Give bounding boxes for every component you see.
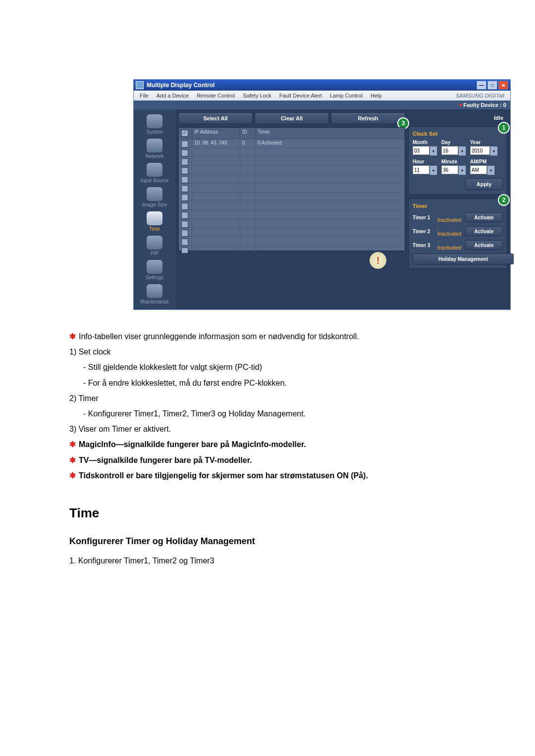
star-icon: ✱ xyxy=(69,332,76,341)
table-row xyxy=(179,184,405,193)
app-title: Multiple Display Control xyxy=(147,82,214,89)
row-checkbox[interactable] xyxy=(181,194,188,201)
menu-safety[interactable]: Safety Lock xyxy=(239,93,275,99)
row-checkbox[interactable] xyxy=(181,221,188,228)
callout-2: 2 xyxy=(498,194,510,206)
chevron-down-icon[interactable]: ▾ xyxy=(429,165,437,175)
row-checkbox[interactable] xyxy=(181,239,188,246)
timer-row-3: Timer 3: InactivatedActivate xyxy=(413,240,503,251)
menu-fault[interactable]: Fault Device Alert xyxy=(275,93,326,99)
row-checkbox[interactable] xyxy=(181,150,188,156)
table-body[interactable]: 10. 88. 43. 240 0 0 Activated xyxy=(179,139,405,253)
chevron-down-icon[interactable]: ▾ xyxy=(458,165,466,175)
timer-panel: 2 Timer Timer 1: InactivatedActivate Tim… xyxy=(408,199,507,269)
clear-all-button[interactable]: Clear All xyxy=(255,112,329,124)
apply-button[interactable]: Apply xyxy=(465,178,503,190)
status-label: Idle xyxy=(408,112,507,123)
table-row xyxy=(179,210,405,219)
col-timer: Timer xyxy=(256,128,405,139)
table-row xyxy=(179,148,405,157)
document-text: ✱Info-tabellen viser grunnleggende infor… xyxy=(69,330,535,567)
chevron-down-icon[interactable]: ▾ xyxy=(487,165,495,175)
year-select[interactable] xyxy=(470,146,490,155)
col-id: ID xyxy=(240,128,256,139)
callout-1: 1 xyxy=(498,122,510,134)
refresh-button[interactable]: Refresh xyxy=(331,112,405,124)
table-row xyxy=(179,193,405,202)
timer-row-2: Timer 2: InactivatedActivate xyxy=(413,226,503,237)
menu-remote[interactable]: Remote Control xyxy=(193,93,239,99)
sidebar-item-time[interactable]: Time xyxy=(134,209,175,234)
sidebar-item-network[interactable]: Network xyxy=(134,137,175,161)
section-heading: Time xyxy=(69,502,535,524)
row-checkbox[interactable] xyxy=(181,176,188,183)
sidebar-item-input[interactable]: Input Source xyxy=(134,161,175,185)
sidebar-item-imagesize[interactable]: Image Size xyxy=(134,185,175,209)
device-table: IP Address ID Timer 10. 88. 43. 240 0 0 … xyxy=(178,127,405,251)
system-icon xyxy=(147,114,162,128)
header-checkbox[interactable] xyxy=(181,130,188,137)
sidebar-item-pip[interactable]: PIP xyxy=(134,234,175,258)
pip-icon xyxy=(147,236,162,250)
table-row xyxy=(179,202,405,210)
row-checkbox[interactable] xyxy=(181,141,188,148)
chevron-down-icon[interactable]: ▾ xyxy=(429,146,437,156)
input-source-icon xyxy=(147,163,162,177)
faulty-device-label: ♥Faulty Device : 0 xyxy=(459,102,506,108)
subsection-heading: Konfigurerer Timer og Holiday Management xyxy=(69,534,535,549)
title-bar: Multiple Display Control — □ ✕ xyxy=(134,80,510,91)
row-checkbox[interactable] xyxy=(181,203,188,210)
activate-timer2-button[interactable]: Activate xyxy=(465,226,503,236)
clock-set-panel: 1 Clock Set Month▾ Day▾ Year▾ Hour▾ Minu… xyxy=(408,126,507,195)
image-size-icon xyxy=(147,187,162,201)
day-select[interactable] xyxy=(441,146,458,155)
table-row[interactable]: 10. 88. 43. 240 0 0 Activated xyxy=(179,139,405,148)
hour-select[interactable] xyxy=(413,165,429,174)
menu-help[interactable]: Help xyxy=(367,93,386,99)
table-row xyxy=(179,228,405,237)
menu-add-device[interactable]: Add a Device xyxy=(153,93,193,99)
app-window: Multiple Display Control — □ ✕ File Add … xyxy=(133,79,511,310)
row-checkbox[interactable] xyxy=(181,212,188,219)
star-icon: ✱ xyxy=(69,471,76,480)
select-all-button[interactable]: Select All xyxy=(178,112,253,124)
menu-bar: File Add a Device Remote Control Safety … xyxy=(134,91,510,101)
row-checkbox[interactable] xyxy=(181,230,188,237)
brand-label: SAMSUNG DIGITall xyxy=(452,93,508,99)
star-icon: ✱ xyxy=(69,440,76,449)
table-row xyxy=(179,175,405,184)
minimize-button[interactable]: — xyxy=(477,81,486,90)
row-checkbox[interactable] xyxy=(181,167,188,174)
close-button[interactable]: ✕ xyxy=(498,81,508,90)
table-row xyxy=(179,166,405,175)
app-icon xyxy=(136,81,144,89)
time-icon xyxy=(147,211,162,225)
warning-icon: ! xyxy=(370,252,386,269)
row-checkbox[interactable] xyxy=(181,185,188,192)
sidebar-item-system[interactable]: System xyxy=(134,112,175,137)
menu-file[interactable]: File xyxy=(136,93,153,99)
activate-timer3-button[interactable]: Activate xyxy=(465,240,503,250)
minute-select[interactable] xyxy=(441,165,458,174)
row-checkbox[interactable] xyxy=(181,158,188,165)
settings-icon xyxy=(147,260,162,274)
faulty-dot-icon: ♥ xyxy=(459,102,463,108)
ampm-select[interactable] xyxy=(470,165,487,174)
chevron-down-icon[interactable]: ▾ xyxy=(490,146,498,156)
timer-title: Timer xyxy=(413,203,503,209)
month-select[interactable] xyxy=(413,146,429,155)
star-icon: ✱ xyxy=(69,456,76,464)
sidebar: System Network Input Source Image Size T… xyxy=(134,109,175,309)
col-ip: IP Address xyxy=(192,128,240,139)
chevron-down-icon[interactable]: ▾ xyxy=(458,146,466,156)
clock-title: Clock Set xyxy=(413,131,503,137)
sidebar-item-maintenance[interactable]: Maintenance xyxy=(134,282,175,306)
table-row xyxy=(179,157,405,166)
menu-lamp[interactable]: Lamp Control xyxy=(326,93,367,99)
timer-row-1: Timer 1: InactivatedActivate xyxy=(413,212,503,223)
activate-timer1-button[interactable]: Activate xyxy=(465,212,503,222)
maximize-button[interactable]: □ xyxy=(487,81,497,90)
holiday-management-button[interactable]: Holiday Management xyxy=(413,253,514,264)
sidebar-item-settings[interactable]: Settings xyxy=(134,258,175,282)
table-row xyxy=(179,237,405,246)
